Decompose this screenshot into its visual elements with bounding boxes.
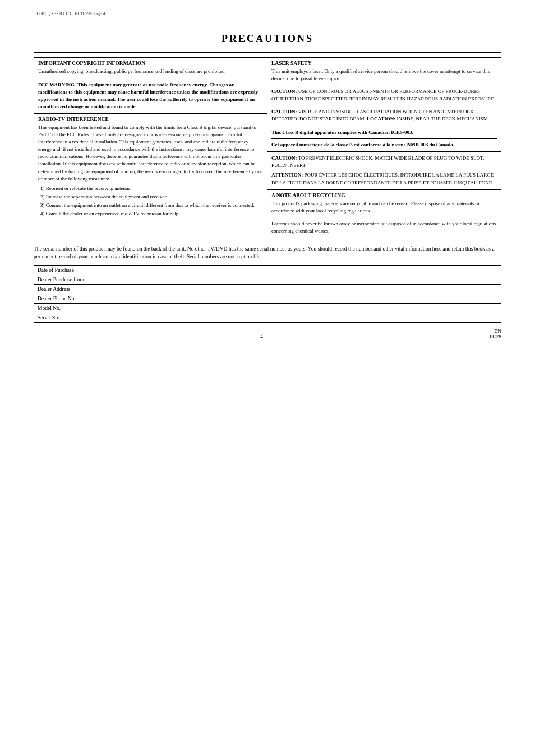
list-item-3: 3) Connect the equipment into an outlet … (38, 202, 263, 209)
laser-safety-title: LASER SAFETY (271, 61, 497, 66)
list-item-4: 4) Consult the dealer or an experienced … (38, 210, 263, 217)
radio-tv-intro: This equipment has been tested and found… (38, 124, 263, 217)
row-value (107, 285, 501, 294)
recycling-title: A NOTE ABOUT RECYCLING (271, 193, 497, 198)
row-label: Serial No. (34, 313, 107, 323)
radio-tv-section: RADIO-TV INTERFERENCE This equipment has… (34, 114, 267, 238)
copyright-title: IMPORTANT COPYRIGHT INFORMATION (38, 61, 263, 66)
fcc-warning-body: FCC WARNING- This equipment may generate… (38, 81, 263, 110)
row-value (107, 304, 501, 313)
right-column: LASER SAFETY This unit employs a laser. … (268, 58, 501, 238)
table-row: Date of Purchase (34, 266, 501, 275)
electric-attention: ATTENTION: POUR ÉVITER LES CHOC ÉLECTRIQ… (271, 171, 497, 186)
table-row: Dealer Phone No. (34, 294, 501, 304)
page-footer: – 4 – EN 0C28 (34, 328, 501, 340)
row-label: Dealer Address (34, 285, 107, 294)
laser-caution1: CAUTION: USE OF CONTROLS OR ADJUST-MENTS… (271, 88, 497, 103)
table-row: Model No. (34, 304, 501, 313)
lang-code-block: EN 0C28 (490, 328, 501, 340)
row-value (107, 313, 501, 323)
fcc-warning-section: FCC WARNING- This equipment may generate… (34, 78, 267, 114)
table-row: Dealer Address (34, 285, 501, 294)
row-value (107, 275, 501, 285)
row-label: Dealer Phone No. (34, 294, 107, 304)
row-label: Date of Purchase (34, 266, 107, 275)
table-row: Dealer Purchase from (34, 275, 501, 285)
canadian-divider (271, 138, 497, 139)
main-content: IMPORTANT COPYRIGHT INFORMATION Unauthor… (34, 57, 501, 238)
code: 0C28 (490, 334, 501, 340)
copyright-body: Unauthorized copying, broadcasting, publ… (38, 68, 263, 75)
row-label: Dealer Purchase from (34, 275, 107, 285)
recycling-body2: Batteries should never be thrown away or… (271, 220, 497, 235)
list-item-2: 2) Increase the separation between the e… (38, 193, 263, 201)
radio-tv-list: 1) Reorient or relocate the receiving an… (38, 185, 263, 217)
recycling-body1: This product's packaging materials are r… (271, 200, 497, 215)
record-table: Date of PurchaseDealer Purchase fromDeal… (34, 265, 501, 323)
lang: EN (490, 328, 501, 334)
recycling-section: A NOTE ABOUT RECYCLING This product's pa… (268, 190, 501, 238)
canadian-line2: Cet appareil numérique de la classe B es… (271, 141, 497, 149)
page-number: – 4 – (34, 334, 490, 340)
electric-shock-section: CAUTION: TO PREVENT ELECTRIC SHOCK, MATC… (268, 152, 501, 189)
laser-safety-section: LASER SAFETY This unit employs a laser. … (268, 58, 501, 126)
laser-caution2: CAUTION: VISIBLE AND INVISIBLE LASER RAD… (271, 108, 497, 123)
left-column: IMPORTANT COPYRIGHT INFORMATION Unauthor… (34, 58, 268, 238)
title-divider (34, 52, 501, 53)
page-title: PRECAUTIONS (34, 33, 501, 45)
row-value (107, 266, 501, 275)
row-value (107, 294, 501, 304)
page-header: TD001.QX33 03.1.31 10:31 PM Page 4 (34, 11, 501, 16)
canadian-line1: This Class B digital apparatus complies … (271, 129, 497, 136)
canadian-section: This Class B digital apparatus complies … (268, 126, 501, 152)
electric-caution: CAUTION: TO PREVENT ELECTRIC SHOCK, MATC… (271, 155, 497, 169)
list-item-1: 1) Reorient or relocate the receiving an… (38, 185, 263, 192)
row-label: Model No. (34, 304, 107, 313)
laser-safety-body: This unit employs a laser. Only a qualif… (271, 68, 497, 82)
copyright-section: IMPORTANT COPYRIGHT INFORMATION Unauthor… (34, 58, 267, 78)
summary-text: The serial number of this product may be… (34, 245, 501, 261)
file-info: TD001.QX33 03.1.31 10:31 PM Page 4 (34, 11, 105, 16)
table-row: Serial No. (34, 313, 501, 323)
radio-tv-title: RADIO-TV INTERFERENCE (38, 117, 263, 122)
